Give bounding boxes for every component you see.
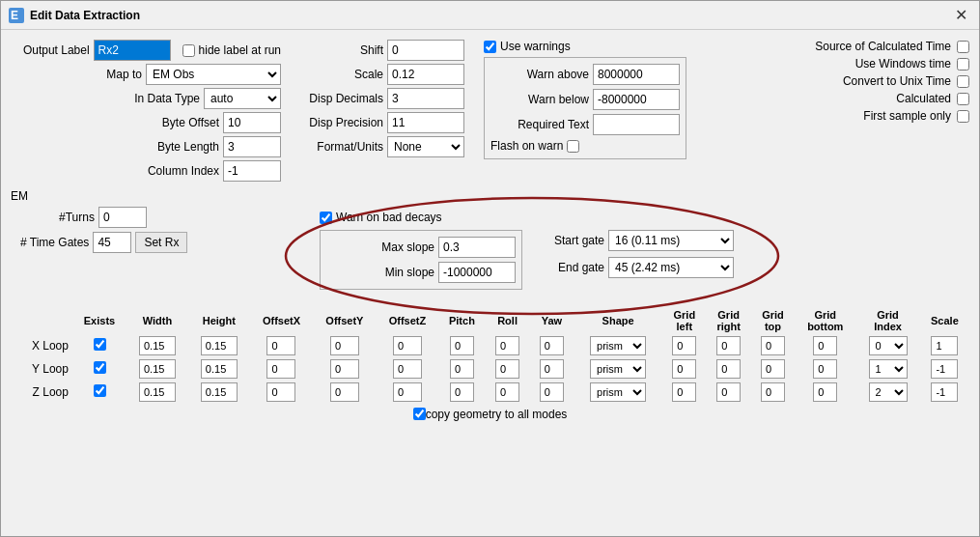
time-gates-input[interactable] [93, 232, 131, 253]
loop-gb-1[interactable] [813, 359, 837, 379]
flash-on-warn-checkbox[interactable] [567, 140, 579, 153]
turns-row: #Turns [59, 207, 281, 228]
copy-geometry-checkbox[interactable] [413, 408, 426, 420]
map-to-select[interactable]: EM Obs [146, 64, 281, 85]
byte-offset-input[interactable] [223, 112, 281, 133]
in-data-type-label: In Data Type [123, 92, 200, 105]
loop-offsety-0[interactable] [330, 336, 359, 355]
loop-pitch-1[interactable] [450, 359, 474, 379]
loop-roll-1[interactable] [495, 359, 519, 379]
use-windows-checkbox[interactable] [957, 58, 969, 71]
loop-pitch-0[interactable] [450, 336, 474, 355]
loop-offsety-2[interactable] [330, 382, 359, 402]
scale-row: Scale [291, 64, 464, 85]
required-text-label: Required Text [512, 118, 589, 131]
loop-offsetx-1[interactable] [266, 359, 295, 379]
loop-gt-0[interactable] [761, 336, 785, 355]
end-gate-row: End gate 45 (2.42 ms) [542, 257, 734, 278]
convert-unix-checkbox[interactable] [957, 75, 969, 88]
output-label-input[interactable] [94, 40, 171, 61]
loop-offsetz-1[interactable] [393, 359, 422, 379]
loop-shape-1[interactable]: prism [590, 359, 646, 379]
end-gate-select[interactable]: 45 (2.42 ms) [608, 257, 734, 278]
map-to-label: Map to [65, 68, 142, 81]
use-warnings-checkbox[interactable] [484, 41, 496, 53]
byte-length-input[interactable] [223, 136, 281, 157]
loop-roll-2[interactable] [495, 382, 519, 402]
scale-input[interactable] [387, 64, 464, 85]
source-calc-checkbox[interactable] [957, 41, 969, 53]
close-button[interactable]: ✕ [951, 6, 971, 24]
loop-gb-0[interactable] [813, 336, 837, 355]
first-sample-label: First sample only [863, 109, 951, 123]
loop-pitch-2[interactable] [450, 382, 474, 402]
loop-scale-1[interactable] [931, 359, 958, 379]
min-slope-input[interactable] [438, 262, 516, 283]
disp-decimals-input[interactable] [387, 88, 464, 109]
loop-exists-1[interactable] [94, 361, 106, 374]
loop-yaw-2[interactable] [540, 382, 564, 402]
set-rx-button[interactable]: Set Rx [135, 232, 187, 253]
loop-gr-2[interactable] [716, 382, 741, 402]
warn-decays-checkbox[interactable] [320, 212, 332, 224]
loop-gt-2[interactable] [761, 382, 785, 402]
loop-offsetz-2[interactable] [393, 382, 422, 402]
loop-scale-0[interactable] [931, 336, 958, 355]
window-title: Edit Data Extraction [30, 9, 140, 22]
loop-gi-1[interactable]: 1 [869, 359, 908, 379]
table-row: Z Loop prism 2 [11, 381, 969, 404]
middle-panel: Shift Scale Disp Decimals Disp Precision… [291, 40, 464, 182]
loop-width-0[interactable] [139, 336, 176, 355]
warn-below-input[interactable] [593, 89, 680, 110]
loop-width-2[interactable] [139, 382, 176, 402]
loop-exists-0[interactable] [94, 338, 106, 351]
loop-gr-0[interactable] [716, 336, 741, 355]
loop-gt-1[interactable] [761, 359, 785, 379]
max-slope-input[interactable] [438, 237, 516, 258]
warn-above-input[interactable] [593, 64, 680, 85]
loop-gl-2[interactable] [672, 382, 696, 402]
calculated-checkbox[interactable] [957, 93, 969, 105]
loop-height-2[interactable] [201, 382, 238, 402]
format-units-select[interactable]: None [387, 136, 464, 157]
required-text-row: Required Text [490, 114, 680, 135]
required-text-input[interactable] [593, 114, 680, 135]
col-header-exists: Exists [72, 307, 126, 334]
calculated-row: Calculated [776, 92, 969, 105]
loop-gi-2[interactable]: 2 [869, 382, 908, 402]
table-row: Y Loop prism 1 [11, 357, 969, 381]
loop-gl-1[interactable] [672, 359, 696, 379]
top-section: Output Label hide label at run Map to EM… [11, 40, 969, 182]
em-label: EM [11, 189, 969, 203]
loop-offsetx-0[interactable] [266, 336, 295, 355]
loop-exists-2[interactable] [94, 384, 106, 397]
loop-scale-2[interactable] [931, 382, 958, 402]
turns-input[interactable] [98, 207, 147, 228]
loop-gb-2[interactable] [813, 382, 837, 402]
loop-roll-0[interactable] [495, 336, 519, 355]
loop-offsetz-0[interactable] [393, 336, 422, 355]
byte-offset-label: Byte Offset [142, 116, 219, 129]
start-gate-select[interactable]: 16 (0.11 ms) [608, 230, 734, 251]
loop-height-1[interactable] [201, 359, 238, 379]
in-data-type-select[interactable]: auto [204, 88, 281, 109]
loop-height-0[interactable] [201, 336, 238, 355]
disp-precision-input[interactable] [387, 112, 464, 133]
loop-offsety-1[interactable] [330, 359, 359, 379]
first-sample-checkbox[interactable] [957, 110, 969, 123]
warnings-box: Warn above Warn below Required Text Flas… [484, 57, 686, 159]
loop-shape-2[interactable]: prism [590, 382, 646, 402]
em-section: EM #Turns # Time Gates Set Rx [11, 189, 969, 297]
loop-gr-1[interactable] [716, 359, 741, 379]
shift-input[interactable] [387, 40, 464, 61]
loop-gi-0[interactable]: 0 [869, 336, 908, 355]
loop-shape-0[interactable]: prism [590, 336, 646, 355]
column-index-input[interactable] [223, 160, 281, 182]
loop-width-1[interactable] [139, 359, 176, 379]
loop-yaw-1[interactable] [540, 359, 564, 379]
convert-unix-row: Convert to Unix Time [776, 74, 969, 88]
hide-label-checkbox[interactable] [182, 44, 195, 57]
loop-gl-0[interactable] [672, 336, 696, 355]
loop-yaw-0[interactable] [540, 336, 564, 355]
loop-offsetx-2[interactable] [266, 382, 295, 402]
